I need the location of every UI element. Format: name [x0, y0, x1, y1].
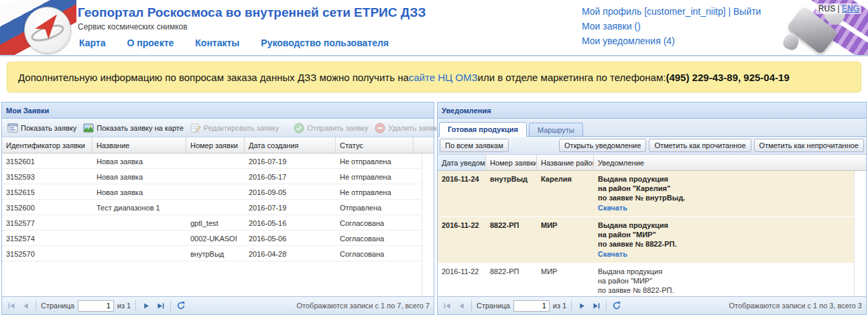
first-page-icon[interactable]	[6, 300, 17, 311]
download-link[interactable]: Скачать	[598, 203, 627, 212]
show-request-label: Показать заявку	[21, 124, 76, 132]
nav-item-map[interactable]: Карта	[79, 38, 106, 48]
column-header-id[interactable]: Идентификатор заявки	[2, 137, 92, 153]
message-line: на район "Карелия"	[598, 184, 850, 193]
send-request-button[interactable]: Отправить заявку	[291, 121, 371, 135]
cell-number	[186, 200, 245, 214]
user-links: Мой профиль [customer_int_niitp] | Выйти…	[582, 4, 761, 48]
cell-id: 3152593	[2, 169, 92, 184]
next-page-icon[interactable]	[141, 300, 151, 311]
omz-site-link[interactable]: сайте НЦ ОМЗ	[409, 72, 478, 83]
column-header-filler	[414, 137, 434, 153]
table-row[interactable]: 3152574 0002-UKASOI 2016-05-06 Согласова…	[2, 231, 422, 246]
notification-row[interactable]: 2016-11-24 внутрВыд Карелия Выдана проду…	[438, 171, 854, 217]
refresh-icon[interactable]	[611, 300, 622, 311]
notifications-grid-header: Дата уведомл... Номер заявки Название ра…	[438, 155, 866, 171]
last-page-icon[interactable]	[155, 300, 166, 311]
top-bar: Геопортал Роскосмоса во внутренней сети …	[0, 0, 868, 56]
column-header-district[interactable]: Название района	[537, 155, 594, 170]
notification-row[interactable]: 2016-11-22 8822-РП МИР Выдана продукция …	[438, 263, 854, 296]
message-line: по заявке № 8822-РП.	[598, 239, 850, 249]
cell-number: 8822-РП	[486, 220, 537, 259]
table-row[interactable]: 3152615 Новая заявка 2016-09-05 Не отпра…	[2, 184, 422, 200]
cell-name: Новая заявка	[92, 169, 186, 184]
mark-read-button[interactable]: Отметить как прочитанное	[649, 139, 751, 152]
geoportal-page: Геопортал Роскосмоса во внутренней сети …	[0, 0, 868, 315]
my-notifications-link[interactable]: Мои уведомления (4)	[582, 36, 675, 46]
cell-created: 2016-07-19	[245, 153, 336, 168]
main-nav: Карта О проекте Контакты Руководство пол…	[79, 38, 389, 48]
column-header-name[interactable]: Название	[92, 137, 186, 153]
pager-separator	[135, 300, 136, 311]
column-header-message[interactable]: Уведомление	[594, 155, 866, 170]
nav-item-manual[interactable]: Руководство пользователя	[261, 38, 389, 48]
cell-id: 3152615	[2, 184, 92, 199]
table-row[interactable]: 3152593 Новая заявка 2016-05-17 Не отпра…	[2, 169, 422, 184]
cell-date: 2016-11-22	[438, 267, 486, 296]
delete-request-button[interactable]: Удалить заявку	[372, 121, 443, 135]
banner-text: Дополнительную информацию по вопросам за…	[18, 72, 409, 83]
column-header-date[interactable]: Дата уведомл...	[438, 155, 486, 170]
requests-toolbar: Показать заявку Показать заявку на карте…	[2, 119, 434, 137]
nav-item-contacts[interactable]: Контакты	[195, 38, 239, 48]
cell-status: Согласована	[336, 246, 414, 261]
page-label: Страница	[477, 302, 510, 310]
table-row[interactable]: 3152570 внутрВыд 2016-04-28 Согласована	[2, 246, 422, 261]
cell-number: 8822-РП	[486, 267, 537, 296]
notification-row[interactable]: 2016-11-22 8822-РП МИР Выдана продукция …	[438, 217, 854, 263]
column-header-created[interactable]: Дата создания	[245, 137, 336, 153]
cell-created: 2016-05-06	[245, 231, 336, 245]
prev-page-icon[interactable]	[456, 300, 467, 311]
notifications-panel-title: Уведомления	[438, 103, 866, 119]
cell-number	[186, 184, 245, 199]
column-header-status[interactable]: Статус	[336, 137, 414, 153]
mark-unread-button[interactable]: Отметить как непрочитанное	[754, 139, 864, 152]
cell-status: Согласована	[336, 231, 414, 245]
cell-number	[186, 153, 245, 168]
table-row[interactable]: 3152601 Новая заявка 2016-07-19 Не отпра…	[2, 153, 422, 169]
lang-separator: |	[835, 4, 842, 13]
message-line: по заявке № 8822-РП.	[598, 286, 850, 295]
table-row[interactable]: 3152600 Тест диапазонов 1 2016-07-19 Отп…	[2, 200, 422, 215]
green-check-icon	[294, 123, 304, 133]
show-request-button[interactable]: Показать заявку	[5, 121, 79, 135]
my-requests-link[interactable]: Мои заявки ()	[582, 21, 641, 32]
show-request-on-map-button[interactable]: Показать заявку на карте	[80, 121, 186, 135]
logout-link[interactable]: Выйти	[733, 6, 761, 17]
refresh-icon[interactable]	[176, 300, 186, 311]
last-page-icon[interactable]	[591, 300, 601, 311]
pager-separator	[170, 300, 171, 311]
cell-district: МИР	[537, 220, 594, 259]
column-header-number[interactable]: Номер заявки	[486, 155, 537, 170]
map-image-icon	[83, 123, 94, 133]
lang-rus[interactable]: RUS	[818, 4, 835, 13]
nav-item-about[interactable]: О проекте	[127, 38, 174, 48]
all-requests-button[interactable]: По всем заявкам	[440, 139, 509, 152]
requests-grid-header: Идентификатор заявки Название Номер заяв…	[2, 137, 434, 153]
cell-id: 3152574	[2, 231, 92, 245]
download-link[interactable]: Скачать	[598, 249, 627, 259]
tab-ready-products[interactable]: Готовая продукция	[439, 122, 527, 137]
page-input[interactable]	[513, 300, 550, 312]
first-page-icon[interactable]	[442, 300, 452, 311]
prev-page-icon[interactable]	[20, 300, 31, 311]
column-header-number[interactable]: Номер заявки	[186, 137, 245, 153]
cell-message: Выдана продукция на район "МИР" по заявк…	[594, 220, 854, 259]
my-profile-link[interactable]: Мой профиль [customer_int_niitp]	[582, 6, 726, 17]
notifications-panel: Уведомления Готовая продукция Маршруты П…	[437, 102, 867, 315]
message-line: Выдана продукция	[598, 174, 850, 184]
page-of-label: из 1	[553, 302, 566, 310]
tab-routes[interactable]: Маршруты	[529, 123, 583, 136]
cell-id: 3152577	[2, 215, 92, 230]
cell-created: 2016-04-28	[245, 246, 336, 261]
open-notification-button[interactable]: Открыть уведомление	[559, 139, 646, 152]
cell-number: gptl_test	[186, 215, 245, 230]
lang-eng[interactable]: ENG	[842, 4, 859, 13]
edit-pencil-icon	[190, 123, 201, 133]
page-input[interactable]	[78, 300, 114, 312]
cell-district: МИР	[537, 267, 594, 296]
edit-request-button[interactable]: Редактировать заявку	[188, 121, 282, 135]
next-page-icon[interactable]	[576, 300, 587, 311]
page-of-label: из 1	[117, 302, 131, 310]
table-row[interactable]: 3152577 gptl_test 2016-05-16 Согласована	[2, 215, 422, 231]
